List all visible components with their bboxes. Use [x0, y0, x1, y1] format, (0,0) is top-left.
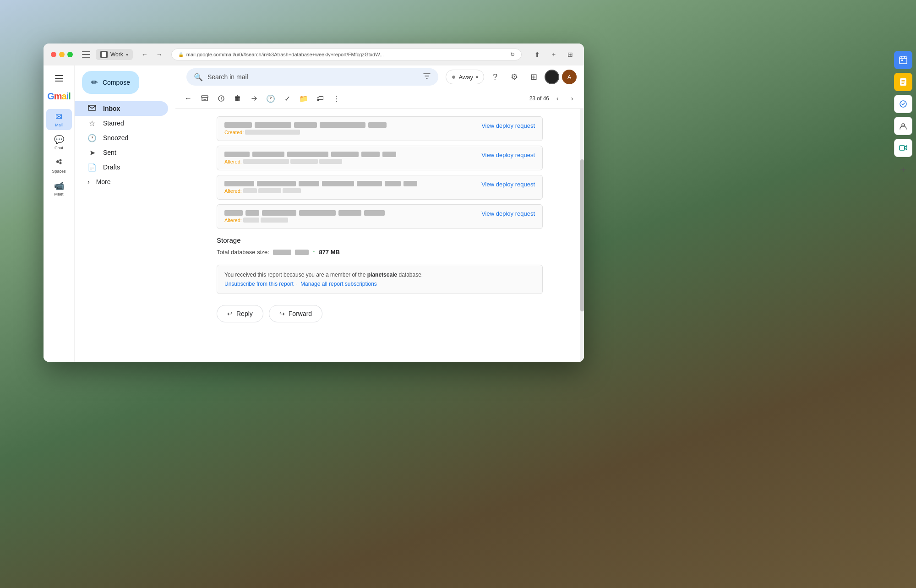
- deploy-row-2-sub: Altered:: [224, 159, 474, 164]
- compose-label: Compose: [103, 79, 130, 86]
- storage-row: Total database size: ↑ 877 MB: [217, 249, 543, 256]
- footer-bold: planetscale: [367, 272, 397, 278]
- apps-button[interactable]: ⊞: [525, 69, 542, 85]
- sidebar-item-mail[interactable]: ✉ Mail: [46, 109, 72, 130]
- workspace-icon: [100, 51, 108, 58]
- prev-email-button[interactable]: ‹: [551, 92, 564, 105]
- footer-text-suffix: database.: [397, 272, 423, 278]
- help-button[interactable]: ?: [487, 69, 503, 85]
- sidebar-item-chat[interactable]: 💬 Chat: [46, 132, 72, 153]
- maximize-button[interactable]: [67, 52, 73, 57]
- search-bar[interactable]: 🔍 Search in mail: [186, 68, 438, 86]
- nav-forward-button[interactable]: →: [153, 48, 166, 61]
- nav-item-inbox-label: Inbox: [103, 105, 120, 112]
- gmail-logo: Gmail: [47, 91, 71, 102]
- deploy-link-3[interactable]: View deploy request: [481, 181, 535, 188]
- deploy-row-4-sub: Altered:: [224, 218, 474, 223]
- nav-item-drafts-label: Drafts: [103, 163, 120, 171]
- nav-item-drafts[interactable]: 📄 Drafts: [75, 160, 168, 174]
- email-footer: You received this report because you are…: [217, 265, 543, 294]
- away-label: Away: [458, 74, 473, 81]
- settings-button[interactable]: ⚙: [506, 69, 523, 85]
- forward-button[interactable]: ↪ Forward: [269, 305, 322, 322]
- nav-back-button[interactable]: ←: [138, 48, 151, 61]
- sidebar-item-spaces[interactable]: Spaces: [46, 155, 72, 176]
- away-button[interactable]: ● Away ▾: [446, 70, 484, 84]
- nav-item-sent[interactable]: ➤ Sent: [75, 145, 168, 160]
- search-input-placeholder: Search in mail: [207, 73, 418, 81]
- email-content: Created: View deploy request: [175, 109, 584, 362]
- search-options-button[interactable]: [423, 72, 431, 82]
- topbar-right: ● Away ▾ ? ⚙ ⊞ A: [446, 69, 577, 85]
- menu-button[interactable]: [50, 69, 68, 87]
- email-toolbar: ← 🗑: [175, 88, 584, 109]
- workspace-pill[interactable]: Work ▾: [96, 49, 133, 60]
- unsubscribe-link[interactable]: Unsubscribe from this report: [224, 281, 294, 287]
- nav-item-snoozed[interactable]: 🕐 Snoozed: [75, 131, 168, 145]
- spam-button[interactable]: [214, 91, 229, 106]
- snooze-button[interactable]: 🕐: [263, 91, 278, 106]
- move-to-button[interactable]: 📁: [296, 91, 311, 106]
- reply-label: Reply: [236, 310, 253, 317]
- browser-window: Work ▾ ← → 🔒 mail.google.com/mail/u/0/#s…: [44, 44, 584, 362]
- address-bar[interactable]: 🔒 mail.google.com/mail/u/0/#search/in%3A…: [171, 49, 522, 60]
- nav-item-snoozed-label: Snoozed: [103, 134, 128, 142]
- sidebar-toggle-button[interactable]: [82, 51, 90, 58]
- minimize-button[interactable]: [59, 52, 65, 57]
- sidebar-item-meet[interactable]: 📹 Meet: [46, 178, 72, 199]
- deploy-link-1[interactable]: View deploy request: [481, 122, 535, 129]
- nav-item-starred[interactable]: ☆ Starred: [75, 116, 168, 131]
- url-text: mail.google.com/mail/u/0/#search/in%3Atr…: [186, 52, 384, 57]
- google-meet-button[interactable]: [894, 139, 912, 157]
- profile-button[interactable]: [545, 70, 559, 84]
- google-keep-button[interactable]: [894, 73, 912, 91]
- deploy-link-4[interactable]: View deploy request: [481, 210, 535, 217]
- footer-links: Unsubscribe from this report · Manage al…: [224, 281, 535, 287]
- deploy-row-2-content: Altered:: [224, 152, 474, 164]
- compose-button[interactable]: ✏ Compose: [82, 71, 139, 94]
- forward-icon: ↪: [279, 310, 285, 317]
- more-chevron-icon: ›: [87, 178, 90, 185]
- label-button[interactable]: 🏷: [313, 91, 327, 106]
- user-avatar[interactable]: A: [562, 70, 577, 84]
- delete-button[interactable]: 🗑: [230, 91, 245, 106]
- storage-title: Storage: [217, 236, 543, 244]
- deploy-row-1-content: Created:: [224, 122, 474, 135]
- scroll-thumb[interactable]: [580, 159, 584, 311]
- next-email-button[interactable]: ›: [566, 92, 578, 105]
- reply-button[interactable]: ↩ Reply: [217, 305, 263, 322]
- deploy-row-3: Altered: View deploy request: [217, 175, 543, 200]
- google-tasks-button[interactable]: [894, 95, 912, 113]
- deploy-row-2-title: [224, 152, 474, 157]
- google-contacts-button[interactable]: [894, 117, 912, 135]
- sidebar-item-meet-label: Meet: [54, 192, 63, 196]
- google-calendar-button[interactable]: [894, 51, 912, 69]
- sidebar-item-chat-label: Chat: [55, 146, 63, 150]
- workspace-chevron-icon: ▾: [126, 52, 128, 57]
- mark-done-button[interactable]: ✓: [280, 91, 294, 106]
- deploy-link-2[interactable]: View deploy request: [481, 152, 535, 158]
- move-button[interactable]: [247, 91, 262, 106]
- share-button[interactable]: ⬆: [531, 48, 544, 61]
- search-icon: 🔍: [194, 73, 203, 82]
- archive-button[interactable]: [197, 91, 212, 106]
- add-app-button[interactable]: +: [894, 161, 912, 179]
- gmail-app: Gmail ✉ Mail 💬 Chat: [44, 65, 584, 362]
- deploy-row-3-prefix: Altered:: [224, 188, 243, 194]
- back-button[interactable]: ←: [181, 91, 196, 106]
- spaces-icon: [55, 158, 63, 168]
- nav-item-more[interactable]: › More: [75, 174, 175, 189]
- tabs-button[interactable]: ⊞: [564, 48, 577, 61]
- away-chevron-icon: ▾: [476, 75, 478, 80]
- deploy-row-4-title: [224, 210, 474, 216]
- chat-icon: 💬: [54, 135, 64, 145]
- refresh-icon[interactable]: ↻: [510, 51, 515, 58]
- deploy-row-1-sub: Created:: [224, 130, 474, 135]
- nav-item-inbox[interactable]: Inbox: [75, 101, 168, 116]
- close-button[interactable]: [51, 52, 56, 57]
- new-tab-button[interactable]: +: [547, 48, 560, 61]
- more-options-button[interactable]: ⋮: [329, 91, 344, 106]
- svg-rect-4: [202, 96, 208, 98]
- manage-subscriptions-link[interactable]: Manage all report subscriptions: [300, 281, 377, 287]
- drafts-icon: 📄: [87, 163, 97, 172]
